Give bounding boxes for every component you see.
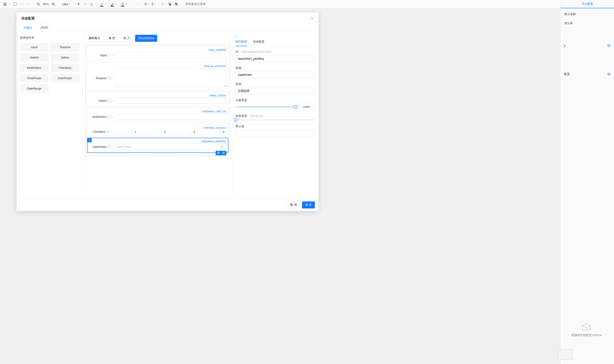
modal-mask <box>0 0 614 8</box>
